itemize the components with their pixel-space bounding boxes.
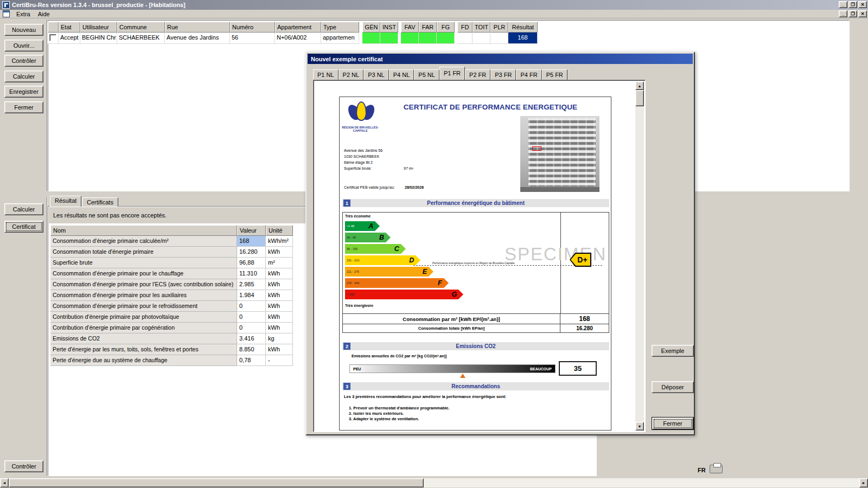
deposit-button[interactable]: Déposer	[652, 381, 694, 393]
menu-bar: Extra Aide _ ❐ ✕	[0, 10, 868, 18]
calculate-button[interactable]: Calculer	[4, 70, 43, 82]
tab-p5-fr[interactable]: P5 FR	[542, 69, 567, 80]
table-row[interactable]: Perte d'énergie par les murs, toits, sol…	[50, 344, 293, 355]
menu-extra[interactable]: Extra	[12, 10, 34, 18]
table-row[interactable]: Contribution d'énergie primaire par phot…	[50, 312, 293, 323]
co2-gradient-bar: PEU BEAUCOUP	[349, 364, 556, 373]
tab-resultat[interactable]: Résultat	[50, 196, 81, 207]
close-file-button[interactable]: Fermer	[4, 101, 43, 113]
col-far[interactable]: FAR	[419, 22, 437, 33]
scroll-down-icon[interactable]: ▼	[635, 422, 644, 431]
highlight-cell: 168	[237, 236, 266, 247]
row-nom: Consommation d'énergie primaire pour l'E…	[50, 279, 237, 290]
col-gen[interactable]: GÉN	[362, 22, 380, 33]
col-plr[interactable]: PLR	[490, 22, 508, 33]
col-resultat[interactable]: Résultat	[508, 22, 538, 33]
child-close-icon[interactable]: ✕	[858, 10, 867, 17]
row-unite: -	[266, 355, 293, 366]
col-unite[interactable]: Unité	[266, 225, 293, 236]
col-rue[interactable]: Rue	[165, 22, 230, 33]
table-row[interactable]: Consommation d'énergie primaire calculée…	[50, 236, 293, 247]
printer-icon	[710, 465, 723, 473]
scrollbar-thumb[interactable]	[635, 90, 644, 106]
row-valeur: 2.985	[237, 279, 266, 290]
co2-scale: PEU BEAUCOUP	[349, 364, 556, 378]
table-row[interactable]: Consommation d'énergie primaire pour le …	[50, 268, 293, 279]
col-fd[interactable]: FD	[457, 22, 473, 33]
tab-p3-fr[interactable]: P3 FR	[490, 69, 516, 80]
tab-p3-nl[interactable]: P3 NL	[363, 69, 389, 80]
tab-p4-nl[interactable]: P4 NL	[389, 69, 414, 80]
example-button[interactable]: Exemple	[652, 345, 694, 357]
table-row[interactable]: Perte d'énergie due au système de chauff…	[50, 355, 293, 366]
child-minimize-icon[interactable]: _	[839, 10, 847, 17]
address-line-3: 6ième étage Bt 2	[344, 160, 373, 164]
col-inst[interactable]: INST	[380, 22, 398, 33]
scrollbar-thumb[interactable]	[9, 478, 424, 487]
tab-p1-fr[interactable]: P1 FR	[439, 67, 465, 80]
col-fav[interactable]: FAV	[401, 22, 419, 33]
cell-rue: Avenue des Jardins	[165, 33, 230, 44]
band-range-label: <= 45	[345, 224, 354, 228]
col-etat[interactable]: Etat	[59, 22, 80, 33]
section2-title: Emissions CO2	[350, 343, 601, 349]
record-checkbox[interactable]	[49, 34, 56, 41]
energy-band-f: 276 - 345 F	[345, 278, 444, 288]
table-row[interactable]: Consommation d'énergie primaire pour l'E…	[50, 279, 293, 290]
minimize-icon[interactable]: _	[839, 1, 847, 8]
col-toit[interactable]: TOIT	[473, 22, 490, 33]
bottom-check-button[interactable]: Contrôler	[4, 460, 43, 472]
open-button[interactable]: Ouvrir...	[4, 40, 43, 52]
col-nom[interactable]: Nom	[50, 225, 237, 236]
new-button[interactable]: Nouveau	[4, 24, 43, 36]
scroll-left-icon[interactable]: ◄	[0, 478, 9, 487]
save-button[interactable]: Enregistrer	[4, 86, 43, 98]
row-unite: m²	[266, 258, 293, 268]
recommendation-2: 2. Isoler les murs extérieurs.	[349, 411, 404, 416]
table-row[interactable]: Contribution d'énergie primaire par cogé…	[50, 323, 293, 333]
vertical-scrollbar[interactable]: ▲ ▼	[635, 81, 644, 431]
results-table: Nom Valeur Unité Consommation d'énergie …	[50, 225, 293, 366]
table-row[interactable]: Superficie brute 96,88 m²	[50, 258, 293, 268]
tab-p2-fr[interactable]: P2 FR	[465, 69, 490, 80]
tab-p1-nl[interactable]: P1 NL	[313, 69, 339, 80]
child-restore-icon[interactable]: ❐	[848, 10, 857, 17]
col-commune[interactable]: Commune	[117, 22, 165, 33]
results-calculate-button[interactable]: Calculer	[4, 203, 43, 215]
co2-scale-right: BEAUCOUP	[530, 367, 552, 371]
col-numero[interactable]: Numéro	[230, 22, 275, 33]
table-row[interactable]: Consommation d'énergie primaire pour les…	[50, 290, 293, 301]
tab-certificats[interactable]: Certificats	[82, 197, 118, 207]
table-row[interactable]: Emissions de CO2 3.416 kg	[50, 333, 293, 344]
col-fg[interactable]: FG	[437, 22, 455, 33]
col-type[interactable]: Type	[321, 22, 359, 33]
col-utilisateur[interactable]: Utilisateur	[80, 22, 117, 33]
col-valeur[interactable]: Valeur	[237, 225, 266, 236]
close-icon[interactable]: ✕	[858, 1, 867, 8]
scroll-right-icon[interactable]: ►	[859, 478, 868, 487]
col-appartement[interactable]: Appartement	[275, 22, 321, 33]
restore-icon[interactable]: ❐	[848, 1, 857, 8]
tab-p2-nl[interactable]: P2 NL	[339, 69, 364, 80]
dialog-close-button[interactable]: Fermer	[652, 417, 694, 430]
record-row[interactable]: Accept BEGHIN Chr SCHAERBEEK Avenue des …	[48, 33, 538, 44]
table-row[interactable]: Consommation d'énergie primaire pour le …	[50, 301, 293, 312]
table-row[interactable]: Consommation totale d'énergie primaire 1…	[50, 247, 293, 258]
brussels-region-logo	[348, 100, 374, 124]
energy-band-d: 151 - 210 D	[345, 255, 416, 265]
row-unite: kWh	[266, 247, 293, 258]
scroll-up-icon[interactable]: ▲	[635, 81, 644, 90]
band-letter: D	[409, 256, 414, 264]
band-range-label: 46 - 95	[345, 236, 356, 239]
consumption-value: 16.280	[560, 324, 609, 332]
tab-p5-nl[interactable]: P5 NL	[414, 69, 439, 80]
row-nom: Consommation d'énergie primaire pour le …	[50, 268, 237, 279]
section2-number: 2	[343, 343, 350, 350]
consumption-row-1: Consommation par m² [kWh EP/(m².an)] 168	[342, 314, 609, 324]
row-unite: kWh	[266, 312, 293, 323]
certificate-button[interactable]: Certificat	[4, 221, 43, 233]
tab-p4-fr[interactable]: P4 FR	[516, 69, 541, 80]
check-button[interactable]: Contrôler	[4, 55, 43, 67]
horizontal-scrollbar[interactable]: ◄ ►	[0, 478, 868, 487]
menu-aide[interactable]: Aide	[34, 10, 54, 18]
